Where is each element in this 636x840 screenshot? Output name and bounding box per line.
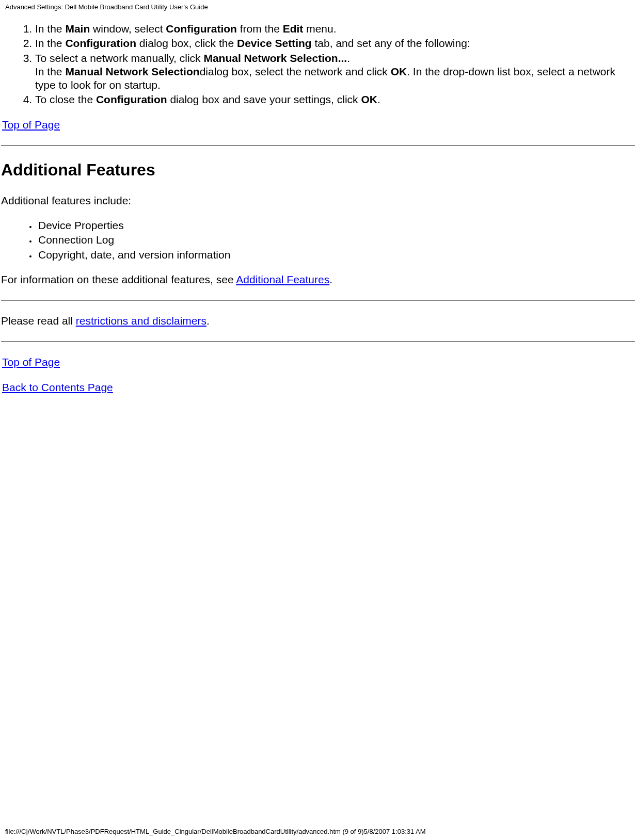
text: To close the	[35, 93, 96, 105]
bold: Edit	[283, 23, 304, 35]
text: menu.	[303, 23, 336, 35]
text: from the	[237, 23, 283, 35]
top-of-page-link[interactable]: Top of Page	[2, 119, 60, 131]
text: dialog box and save your settings, click	[167, 93, 361, 105]
restrictions-link[interactable]: restrictions and disclaimers	[76, 315, 206, 327]
bold: OK	[361, 93, 377, 105]
list-item: Copyright, date, and version information	[37, 248, 636, 262]
bold: Device Setting	[237, 37, 312, 49]
main-content: In the Main window, select Configuration…	[0, 22, 636, 394]
text: window, select	[90, 23, 166, 35]
feature-list: Device Properties Connection Log Copyrig…	[0, 219, 636, 262]
back-to-contents-wrapper: Back to Contents Page	[1, 381, 636, 394]
text: Please read all	[1, 315, 76, 327]
text: dialog box, click the	[136, 37, 237, 49]
see-info-paragraph: For information on these additional feat…	[1, 273, 636, 286]
bold: Configuration	[96, 93, 167, 105]
back-to-contents-link[interactable]: Back to Contents Page	[2, 381, 113, 393]
bold: Manual Network Selection...	[203, 52, 347, 64]
step-2: In the Configuration dialog box, click t…	[35, 37, 636, 50]
text: .	[377, 93, 380, 105]
additional-intro: Additional features include:	[1, 194, 636, 207]
text: .	[329, 273, 332, 285]
divider	[1, 300, 635, 301]
restrictions-paragraph: Please read all restrictions and disclai…	[1, 314, 636, 328]
text: To select a network manually, click	[35, 52, 203, 64]
step-1: In the Main window, select Configuration…	[35, 22, 636, 36]
bold: Configuration	[166, 23, 237, 35]
list-item: Device Properties	[37, 219, 636, 232]
top-of-page-link[interactable]: Top of Page	[2, 356, 60, 368]
step-3: To select a network manually, click Manu…	[35, 52, 636, 92]
bold: OK	[391, 66, 407, 77]
additional-features-link[interactable]: Additional Features	[236, 273, 329, 285]
bold: Configuration	[65, 37, 136, 49]
text: For information on these additional feat…	[1, 273, 236, 285]
bold: Main	[65, 23, 90, 35]
text: dialog box, select the network and click	[200, 66, 391, 77]
step-4: To close the Configuration dialog box an…	[35, 93, 636, 106]
divider	[1, 145, 635, 146]
section-heading-additional-features: Additional Features	[0, 160, 636, 180]
text: In the	[35, 66, 65, 77]
text: .	[347, 52, 350, 64]
bold: Manual Network Selection	[65, 66, 199, 77]
top-of-page-link-1-wrapper: Top of Page	[1, 118, 636, 132]
instruction-list: In the Main window, select Configuration…	[0, 22, 636, 107]
list-item: Connection Log	[37, 233, 636, 247]
text: tab, and set any of the following:	[312, 37, 470, 49]
text: .	[206, 315, 210, 327]
text: In the	[35, 37, 65, 49]
text: In the	[35, 23, 65, 35]
top-of-page-link-2-wrapper: Top of Page	[1, 356, 636, 369]
divider	[1, 341, 635, 342]
page-header: Advanced Settings: Dell Mobile Broadband…	[0, 0, 636, 11]
